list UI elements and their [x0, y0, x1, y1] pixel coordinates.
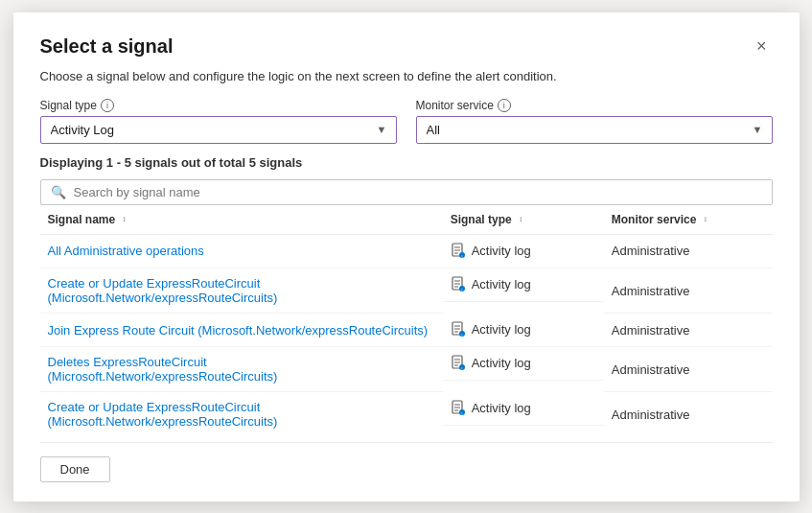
modal-title: Select a signal	[40, 35, 174, 58]
monitor-service-info-icon: i	[498, 99, 511, 112]
activity-log-icon: !	[451, 276, 466, 293]
close-button[interactable]: ×	[751, 35, 773, 57]
table-row: All Administrative operations ! Activity…	[40, 234, 773, 268]
signal-type-cell: ! Activity log	[443, 314, 604, 347]
signal-type-cell: ! Activity log	[443, 235, 604, 268]
monitor-service-label: Monitor service i	[416, 99, 773, 112]
filters-row: Signal type i Activity Log Metric Log Cu…	[40, 99, 773, 144]
monitor-service-cell: Administrative	[604, 314, 773, 347]
monitor-service-cell: Administrative	[604, 234, 773, 268]
activity-log-icon: !	[451, 243, 466, 260]
monitor-service-select[interactable]: All Administrative Platform	[416, 116, 773, 144]
signal-type-cell: ! Activity log	[443, 392, 604, 426]
signal-type-text: Activity log	[472, 356, 531, 370]
signal-type-select[interactable]: Activity Log Metric Log Custom	[40, 116, 397, 144]
monitor-service-filter-group: Monitor service i All Administrative Pla…	[416, 99, 773, 144]
search-input[interactable]	[74, 185, 762, 199]
signal-type-filter-group: Signal type i Activity Log Metric Log Cu…	[40, 99, 397, 144]
select-signal-modal: Select a signal × Choose a signal below …	[13, 12, 800, 501]
signal-name-cell: Create or Update ExpressRouteCircuit (Mi…	[40, 392, 443, 431]
col-signal-name[interactable]: Signal name ↕	[40, 205, 443, 235]
activity-log-icon: !	[451, 400, 466, 417]
table-row: Create or Update ExpressRouteCircuit (Mi…	[40, 268, 773, 314]
signal-name-cell: All Administrative operations	[40, 234, 443, 268]
display-count: Displaying 1 - 5 signals out of total 5 …	[40, 155, 773, 170]
signal-type-text: Activity log	[472, 277, 531, 291]
signal-type-cell: ! Activity log	[443, 347, 604, 381]
monitor-service-select-wrapper: All Administrative Platform ▼	[416, 116, 773, 144]
monitor-service-sort-icon: ↕	[704, 216, 708, 223]
signal-name-cell: Create or Update ExpressRouteCircuit (Mi…	[40, 268, 443, 314]
table-row: Deletes ExpressRouteCircuit (Microsoft.N…	[40, 347, 773, 392]
activity-log-icon: !	[451, 355, 466, 372]
signal-name-sort-icon: ↕	[123, 216, 127, 223]
monitor-service-cell: Administrative	[604, 268, 773, 314]
signal-type-text: Activity log	[472, 244, 531, 258]
table-row: Join Express Route Circuit (Microsoft.Ne…	[40, 314, 773, 347]
monitor-service-cell: Administrative	[604, 347, 773, 392]
modal-subtitle: Choose a signal below and configure the …	[40, 69, 773, 83]
signal-type-label: Signal type i	[40, 99, 397, 112]
signal-name-cell: Join Express Route Circuit (Microsoft.Ne…	[40, 314, 443, 347]
signal-type-select-wrapper: Activity Log Metric Log Custom ▼	[40, 116, 397, 144]
modal-footer: Done	[40, 442, 773, 482]
modal-header: Select a signal ×	[40, 35, 773, 58]
search-bar: 🔍	[40, 179, 773, 205]
signal-name-link[interactable]: Create or Update ExpressRouteCircuit (Mi…	[48, 400, 278, 429]
signal-name-link[interactable]: Join Express Route Circuit (Microsoft.Ne…	[48, 323, 429, 338]
signal-type-cell: ! Activity log	[443, 268, 604, 302]
col-signal-type[interactable]: Signal type ↕	[443, 205, 604, 235]
monitor-service-cell: Administrative	[604, 392, 773, 431]
signal-type-sort-icon: ↕	[519, 216, 522, 223]
svg-text:!: !	[461, 332, 462, 338]
signal-name-link[interactable]: Deletes ExpressRouteCircuit (Microsoft.N…	[48, 355, 278, 384]
signal-type-text: Activity log	[472, 401, 531, 415]
svg-text:!: !	[461, 410, 462, 416]
signal-name-cell: Deletes ExpressRouteCircuit (Microsoft.N…	[40, 347, 443, 392]
table-header-row: Signal name ↕ Signal type ↕ Monitor serv…	[40, 205, 773, 235]
signal-name-link[interactable]: All Administrative operations	[48, 244, 204, 258]
col-monitor-service[interactable]: Monitor service ↕	[604, 205, 773, 235]
signal-type-info-icon: i	[101, 99, 114, 112]
signals-table: Signal name ↕ Signal type ↕ Monitor serv…	[40, 205, 773, 431]
search-icon: 🔍	[51, 185, 66, 199]
signals-table-container: Signal name ↕ Signal type ↕ Monitor serv…	[40, 205, 773, 431]
signal-type-text: Activity log	[472, 322, 531, 337]
svg-text:!: !	[461, 365, 462, 371]
signal-name-link[interactable]: Create or Update ExpressRouteCircuit (Mi…	[48, 276, 278, 305]
done-button[interactable]: Done	[40, 456, 110, 482]
table-row: Create or Update ExpressRouteCircuit (Mi…	[40, 392, 773, 431]
svg-text:!: !	[461, 287, 462, 292]
svg-text:!: !	[461, 253, 462, 259]
activity-log-icon: !	[451, 321, 466, 338]
